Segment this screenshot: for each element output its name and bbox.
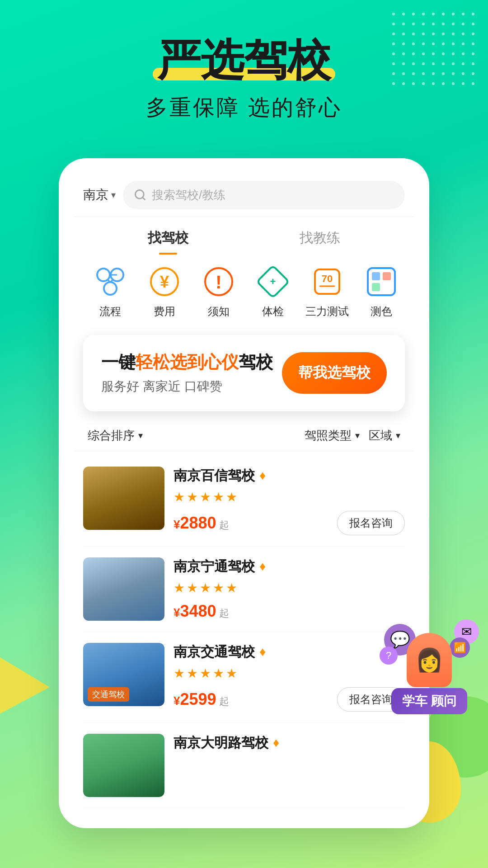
category-item-notice[interactable]: ! 须知 — [192, 264, 246, 319]
svg-rect-19 — [383, 272, 391, 280]
star-rating: ★ ★ ★ ★ ★ — [174, 490, 405, 505]
category-label-exam: 体检 — [262, 304, 284, 319]
school-name: 南京宁通驾校 — [174, 557, 255, 576]
search-placeholder: 搜索驾校/教练 — [152, 187, 225, 203]
filter-sort[interactable]: 综合排序 ▾ — [88, 428, 143, 443]
banner-title: 一键轻松选到心仪驾校 — [101, 351, 273, 373]
customer-service-widget[interactable]: 💬 ✉ 📶 ? 👩 学车 顾问 — [380, 624, 479, 714]
city-selector[interactable]: 南京 ▾ — [83, 186, 116, 203]
hero-title: 严选驾校 — [157, 36, 331, 84]
category-item-color[interactable]: 测色 — [354, 264, 408, 319]
category-label-notice: 须知 — [208, 304, 230, 319]
consult-button[interactable]: 报名咨询 — [337, 511, 405, 535]
filter-bar: 综合排序 ▾ 驾照类型 ▾ 区域 ▾ — [74, 420, 414, 451]
city-name: 南京 — [83, 186, 108, 203]
school-info: 南京宁通驾校 ♦ ★ ★ ★ ★ ★ ¥3480起 — [174, 557, 405, 621]
category-item-flow[interactable]: 流程 — [83, 264, 137, 319]
question-icon: ? — [380, 646, 398, 665]
search-icon — [134, 189, 146, 201]
category-label-fee: 费用 — [154, 304, 175, 319]
vip-badge: ♦ — [273, 736, 279, 750]
category-label-test: 三力测试 — [305, 304, 349, 319]
decorative-play-icon — [0, 642, 63, 732]
phone-mockup-container: 南京 ▾ 搜索驾校/教练 找驾校 找教练 — [59, 158, 429, 828]
agent-avatar: 👩 — [407, 633, 452, 687]
license-chevron-icon: ▾ — [355, 430, 360, 441]
category-label-flow: 流程 — [99, 304, 121, 319]
star-rating: ★ ★ ★ ★ ★ — [174, 580, 405, 595]
svg-marker-21 — [0, 646, 50, 723]
vip-badge: ♦ — [259, 468, 266, 483]
sort-chevron-icon: ▾ — [138, 430, 143, 441]
hero-subtitle: 多重保障 选的舒心 — [0, 93, 488, 122]
school-price: ¥2599 — [174, 690, 216, 708]
list-item[interactable]: 南京大明路驾校 ♦ — [83, 723, 405, 808]
tab-bar: 找驾校 找教练 — [74, 222, 414, 255]
school-name: 南京交通驾校 — [174, 643, 255, 661]
tab-find-coach[interactable]: 找教练 — [244, 222, 396, 255]
filter-license-type[interactable]: 驾照类型 ▾ — [305, 428, 360, 443]
select-school-banner: 一键轻松选到心仪驾校 服务好 离家近 口碑赞 帮我选驾校 — [83, 335, 405, 411]
school-price: ¥2880 — [174, 514, 216, 532]
list-item[interactable]: 南京百信驾校 ♦ ★ ★ ★ ★ ★ ¥2880起 报名咨询 — [83, 456, 405, 547]
school-list: 南京百信驾校 ♦ ★ ★ ★ ★ ★ ¥2880起 报名咨询 — [74, 451, 414, 813]
fee-icon: ¥ — [146, 264, 183, 300]
chevron-down-icon: ▾ — [111, 189, 116, 200]
svg-text:70: 70 — [322, 273, 333, 284]
svg-rect-17 — [368, 268, 395, 295]
school-image: 交通驾校 — [83, 643, 164, 706]
star-rating: ★ ★ ★ ★ ★ — [174, 666, 405, 681]
svg-rect-18 — [372, 272, 380, 280]
category-item-fee[interactable]: ¥ 费用 — [137, 264, 192, 319]
search-bar: 南京 ▾ 搜索驾校/教练 — [74, 174, 414, 217]
school-name: 南京大明路驾校 — [174, 734, 268, 752]
hero-title-text: 严选驾校 — [157, 36, 331, 84]
category-item-test[interactable]: 70 三力测试 — [300, 264, 354, 319]
svg-text:¥: ¥ — [160, 273, 169, 291]
area-chevron-icon: ▾ — [396, 430, 400, 441]
category-list: 流程 ¥ 费用 ! 须知 — [74, 255, 414, 326]
filter-area[interactable]: 区域 ▾ — [369, 428, 400, 443]
school-info: 南京交通驾校 ♦ ★ ★ ★ ★ ★ ¥2599起 报名咨询 — [174, 643, 405, 712]
cs-label: 学车 顾问 — [391, 688, 467, 714]
exam-icon: + — [255, 264, 291, 300]
school-info: 南京百信驾校 ♦ ★ ★ ★ ★ ★ ¥2880起 报名咨询 — [174, 467, 405, 535]
svg-rect-20 — [372, 283, 380, 291]
svg-line-1 — [142, 198, 145, 200]
list-item[interactable]: 南京宁通驾校 ♦ ★ ★ ★ ★ ★ ¥3480起 — [83, 547, 405, 632]
school-image — [83, 467, 164, 530]
svg-text:+: + — [270, 276, 276, 287]
test-icon: 70 — [309, 264, 345, 300]
banner-subtitle: 服务好 离家近 口碑赞 — [101, 378, 273, 395]
list-item[interactable]: 交通驾校 南京交通驾校 ♦ ★ ★ ★ ★ ★ — [83, 632, 405, 723]
svg-text:!: ! — [216, 272, 221, 292]
school-info: 南京大明路驾校 ♦ — [174, 734, 405, 752]
help-select-button[interactable]: 帮我选驾校 — [282, 352, 387, 394]
svg-point-4 — [104, 282, 117, 295]
flow-icon — [92, 264, 128, 300]
wifi-icon: 📶 — [450, 637, 470, 658]
notice-icon: ! — [201, 264, 237, 300]
category-item-exam[interactable]: + 体检 — [246, 264, 300, 319]
vip-badge: ♦ — [259, 559, 266, 574]
search-input-wrapper[interactable]: 搜索驾校/教练 — [123, 181, 405, 209]
tab-find-school[interactable]: 找驾校 — [92, 222, 244, 255]
vip-badge: ♦ — [259, 645, 266, 659]
school-name: 南京百信驾校 — [174, 467, 255, 485]
color-icon — [363, 264, 399, 300]
school-price: ¥3480 — [174, 602, 216, 620]
hero-section: 严选驾校 多重保障 选的舒心 — [0, 0, 488, 140]
phone-mockup: 南京 ▾ 搜索驾校/教练 找驾校 找教练 — [59, 158, 429, 828]
school-image-label: 交通驾校 — [88, 687, 129, 702]
school-image — [83, 734, 164, 797]
banner-text: 一键轻松选到心仪驾校 服务好 离家近 口碑赞 — [101, 351, 273, 395]
school-image — [83, 557, 164, 621]
category-label-color: 测色 — [371, 304, 392, 319]
